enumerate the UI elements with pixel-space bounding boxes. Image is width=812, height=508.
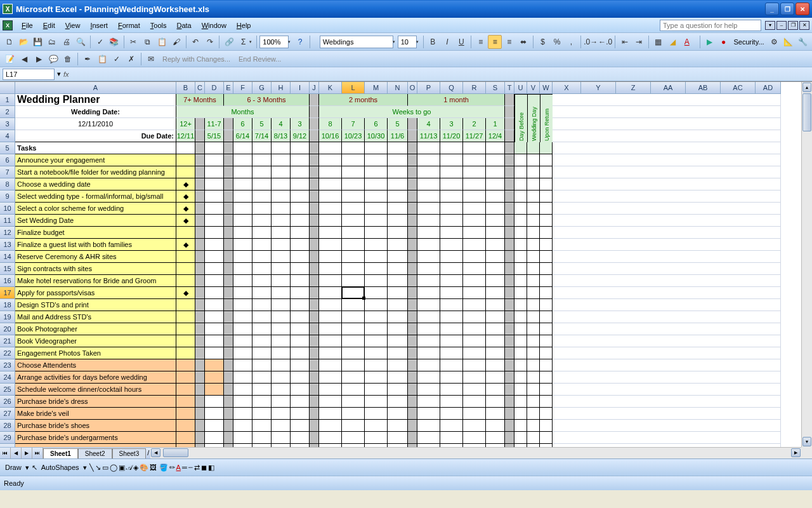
v16[interactable]: [527, 275, 540, 287]
v24[interactable]: [527, 371, 540, 384]
task-13-B[interactable]: ◆: [176, 239, 195, 251]
task-22-L[interactable]: [342, 347, 365, 359]
scroll-left-icon[interactable]: ◀: [151, 448, 160, 457]
task-28-K[interactable]: [319, 420, 342, 432]
task-18-P[interactable]: [417, 299, 440, 311]
task-6-D[interactable]: [205, 154, 224, 166]
task-8-G[interactable]: [252, 178, 272, 190]
task-10-P[interactable]: [417, 203, 440, 215]
col-header-H[interactable]: H: [272, 82, 291, 94]
v19[interactable]: [527, 311, 540, 323]
task-11-J[interactable]: [310, 215, 319, 227]
task-26-C[interactable]: [195, 396, 205, 408]
task-12-C[interactable]: [195, 227, 205, 239]
task-29-I[interactable]: [291, 432, 310, 444]
sheet-tab-sheet2[interactable]: Sheet2: [78, 448, 112, 458]
doc-close-button[interactable]: ✕: [799, 21, 809, 30]
task-14-O[interactable]: [408, 251, 417, 263]
task-17-P[interactable]: [417, 287, 440, 299]
spreadsheet-grid[interactable]: ABCDEFGHIJKLMNOPQRSTUVWXYZAAABACAD 12345…: [0, 81, 812, 458]
w28[interactable]: [540, 420, 553, 432]
task-20-H[interactable]: [272, 323, 291, 335]
task-24-T[interactable]: [505, 371, 514, 384]
task-7-N[interactable]: [388, 166, 408, 178]
task-12-N[interactable]: [388, 227, 408, 239]
col-header-R[interactable]: R: [463, 82, 486, 94]
task-28-F[interactable]: [233, 420, 252, 432]
task-21-T[interactable]: [505, 335, 514, 347]
u25[interactable]: [514, 384, 527, 396]
task-14-R[interactable]: [463, 251, 486, 263]
task-26-S[interactable]: [486, 396, 505, 408]
tasks-col-S[interactable]: [486, 142, 505, 154]
empty-cell[interactable]: [553, 275, 781, 287]
task-11-B[interactable]: ◆: [176, 215, 195, 227]
task-15-C[interactable]: [195, 263, 205, 275]
u28[interactable]: [514, 420, 527, 432]
send-mail-button[interactable]: ✉: [144, 52, 158, 66]
task-13[interactable]: Finalize a guest list with both families: [15, 239, 176, 251]
u15[interactable]: [514, 263, 527, 275]
due-date-H[interactable]: 8/13: [272, 130, 291, 142]
task-21-D[interactable]: [205, 335, 224, 347]
u23[interactable]: [514, 359, 527, 371]
align-center-button[interactable]: ≡: [488, 35, 501, 49]
task-9-N[interactable]: [388, 190, 408, 203]
task-9-L[interactable]: [342, 190, 365, 203]
task-28-B[interactable]: [176, 420, 195, 432]
task-9-M[interactable]: [365, 190, 388, 203]
task-27-I[interactable]: [291, 408, 310, 420]
u22[interactable]: [514, 347, 527, 359]
due-date-T[interactable]: [505, 130, 514, 142]
task-15-F[interactable]: [233, 263, 252, 275]
task-24-S[interactable]: [486, 371, 505, 384]
task-10-S[interactable]: [486, 203, 505, 215]
u9[interactable]: [514, 190, 527, 203]
bold-button[interactable]: B: [426, 35, 440, 49]
task-9[interactable]: Select wedding type - formal/informal, b…: [15, 190, 176, 203]
empty-cell[interactable]: [553, 263, 781, 275]
task-24-G[interactable]: [252, 371, 272, 384]
v14[interactable]: [527, 251, 540, 263]
permission-button[interactable]: 🗂: [45, 35, 58, 49]
task-28-P[interactable]: [417, 420, 440, 432]
menu-window[interactable]: Window: [197, 20, 232, 31]
sheet-tab-sheet3[interactable]: Sheet3: [112, 448, 147, 458]
task-24-E[interactable]: [224, 371, 233, 384]
task-12-D[interactable]: [205, 227, 224, 239]
month-col-B[interactable]: 12+: [176, 118, 195, 130]
task-19-D[interactable]: [205, 311, 224, 323]
task-26-K[interactable]: [319, 396, 342, 408]
month-col-I[interactable]: 3: [291, 118, 310, 130]
task-25-I[interactable]: [291, 384, 310, 396]
task-17-R[interactable]: [463, 287, 486, 299]
task-22-T[interactable]: [505, 347, 514, 359]
task-17-N[interactable]: [388, 287, 408, 299]
col-header-I[interactable]: I: [291, 82, 310, 94]
task-8-D[interactable]: [205, 178, 224, 190]
task-13-L[interactable]: [342, 239, 365, 251]
task-16-G[interactable]: [252, 275, 272, 287]
task-14-K[interactable]: [319, 251, 342, 263]
task-8[interactable]: Choose a wedding date: [15, 178, 176, 190]
task-28-O[interactable]: [408, 420, 417, 432]
underline-button[interactable]: U: [455, 35, 468, 49]
w13[interactable]: [540, 239, 553, 251]
task-8-B[interactable]: ◆: [176, 178, 195, 190]
task-19-O[interactable]: [408, 311, 417, 323]
task-23-L[interactable]: [342, 359, 365, 371]
w29[interactable]: [540, 432, 553, 444]
scroll-up-icon[interactable]: ▲: [802, 83, 811, 92]
month-col-O[interactable]: [408, 118, 417, 130]
clipart-button[interactable]: 🎨: [140, 464, 148, 472]
task-24-R[interactable]: [463, 371, 486, 384]
col-header-AB[interactable]: AB: [686, 82, 721, 94]
task-21-O[interactable]: [408, 335, 417, 347]
task-25-K[interactable]: [319, 384, 342, 396]
month-col-P[interactable]: 4: [417, 118, 440, 130]
col-header-S[interactable]: S: [486, 82, 505, 94]
u11[interactable]: [514, 215, 527, 227]
empty-cell[interactable]: [553, 432, 781, 444]
task-6-N[interactable]: [388, 154, 408, 166]
tasks-col-I[interactable]: [291, 142, 310, 154]
